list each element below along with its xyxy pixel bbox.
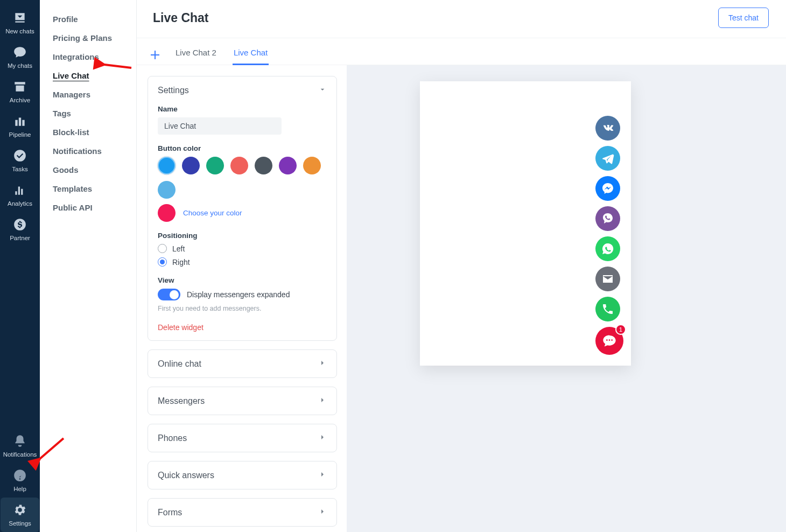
delete-widget-link[interactable]: Delete widget [158,323,203,332]
chat-icon [12,44,28,60]
dollar-circle-icon [12,216,28,233]
radio-label: Right [172,258,190,267]
help-icon [12,467,28,484]
settings-pane: Settings Name Button color Choose your c… [137,65,347,532]
chevron-right-icon [318,470,327,480]
widget-tab[interactable]: Live Chat [233,45,269,65]
settings-subnav: ProfilePricing & PlansIntegrationsLive C… [40,0,137,532]
rail-item-partner[interactable]: Partner [1,212,39,247]
radio-label: Left [172,244,185,253]
color-swatches [158,157,327,199]
rail-item-analytics[interactable]: Analytics [1,178,39,212]
chevron-right-icon [318,359,327,369]
preview-pane: 1 [347,65,786,532]
rail-item-archive[interactable]: Archive [1,74,39,109]
custom-color-swatch[interactable] [158,204,176,222]
subnav-item[interactable]: Tags [40,104,136,123]
color-swatch[interactable] [158,157,176,174]
preview-window: 1 [420,81,631,366]
rail-item-label: Archive [1,97,39,103]
bars-icon [12,182,28,198]
rail-item-new-chats[interactable]: New chats [1,5,39,40]
card-title: Settings [158,86,189,95]
color-swatch[interactable] [230,157,248,174]
card-title: Forms [158,508,182,517]
bell-icon [12,433,28,449]
card-title: Messengers [158,396,205,406]
rail-item-label: Pipeline [1,131,39,138]
rail-item-settings[interactable]: Settings [1,498,39,532]
widget-name-input[interactable] [158,117,282,135]
download-box-icon [12,10,28,26]
collapsed-section[interactable]: Forms [148,498,337,527]
choose-color-link[interactable]: Choose your color [183,209,242,217]
messenger-bubble-telegram[interactable] [595,146,620,171]
card-title: Online chat [158,359,201,369]
rail-item-tasks[interactable]: Tasks [1,143,39,178]
rail-item-label: New chats [1,28,39,34]
rail-item-label: Notifications [1,451,39,458]
position-right-option[interactable]: Right [158,257,327,267]
messenger-bubble-viber[interactable] [595,206,620,231]
rail-item-help[interactable]: Help [1,463,39,498]
messenger-bubble-vk[interactable] [595,116,620,141]
subnav-item[interactable]: Managers [40,85,136,104]
color-swatch[interactable] [206,157,224,174]
collapsed-section[interactable]: Online chat [148,349,337,378]
color-swatch[interactable] [182,157,200,174]
page-title: Live Chat [153,11,209,25]
columns-icon [12,113,28,129]
messenger-bubble-email[interactable] [595,267,620,291]
subnav-item[interactable]: Integrations [40,47,136,66]
messenger-bubble-messenger[interactable] [595,176,620,201]
subnav-item[interactable]: Profile [40,10,136,29]
view-hint: First you need to add messengers. [158,305,327,312]
messenger-bubble-phone[interactable] [595,297,620,321]
page-header: Live Chat Test chat [137,0,786,38]
collapsed-section[interactable]: Phones [148,424,337,452]
subnav-item[interactable]: Templates [40,179,136,198]
check-circle-icon [12,148,28,164]
positioning-label: Positioning [158,232,327,240]
settings-card-header[interactable]: Settings [158,85,327,95]
rail-item-label: My chats [1,62,39,69]
color-label: Button color [158,144,327,152]
rail-item-notifications[interactable]: Notifications [1,429,39,463]
rail-item-label: Analytics [1,200,39,207]
widget-tabs: Live Chat 2Live Chat [137,38,786,65]
collapsed-section[interactable]: Quick answers [148,461,337,489]
subnav-item[interactable]: Pricing & Plans [40,29,136,47]
subnav-item[interactable]: Notifications [40,142,136,160]
primary-rail: New chats My chats Archive Pipeline Task… [0,0,40,532]
widget-tab[interactable]: Live Chat 2 [174,45,217,65]
subnav-item[interactable]: Public API [40,198,136,217]
badge: 1 [615,324,626,335]
color-swatch[interactable] [303,157,321,174]
position-left-option[interactable]: Left [158,244,327,253]
color-swatch[interactable] [279,157,297,174]
name-label: Name [158,105,327,113]
rail-item-label: Help [1,486,39,492]
chevron-right-icon [318,396,327,406]
subnav-item[interactable]: Live Chat [40,66,136,85]
subnav-item[interactable]: Block-list [40,123,136,142]
chat-bubble-icon[interactable]: 1 [595,327,623,355]
color-swatch[interactable] [255,157,272,174]
expanded-toggle[interactable] [158,289,180,300]
color-swatch[interactable] [158,181,176,199]
radio-icon [158,257,167,267]
card-title: Quick answers [158,471,214,480]
rail-item-pipeline[interactable]: Pipeline [1,109,39,143]
messenger-bubble-whatsapp[interactable] [595,236,620,261]
add-widget-button[interactable] [149,48,162,61]
view-label: View [158,276,327,284]
collapsed-section[interactable]: Messengers [148,387,337,415]
gear-icon [12,502,28,518]
card-title: Phones [158,433,187,443]
toggle-label: Display messengers expanded [187,290,290,299]
subnav-item[interactable]: Goods [40,160,136,179]
rail-item-my-chats[interactable]: My chats [1,40,39,74]
test-chat-button[interactable]: Test chat [718,8,769,28]
rail-item-label: Settings [1,520,39,527]
chevron-right-icon [318,433,327,443]
